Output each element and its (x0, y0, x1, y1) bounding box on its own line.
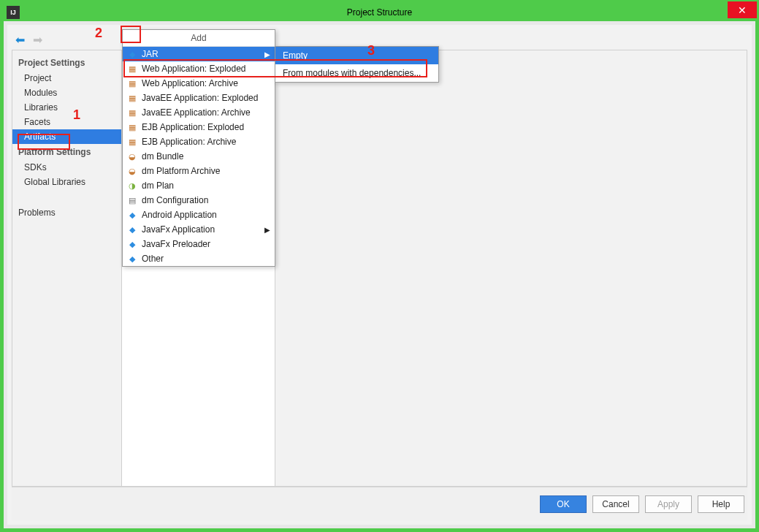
jar-icon: ◆ (127, 49, 137, 59)
menu-item[interactable]: ◆JavaFx Application▶ (123, 222, 275, 237)
close-button[interactable]: ✕ (728, 1, 757, 18)
menu-item[interactable]: ◒dm Bundle (123, 149, 275, 164)
menu-item[interactable]: ▦JavaEE Application: Exploded (123, 91, 275, 105)
add-menu-title: Add (123, 30, 275, 47)
sidebar-item-artifacts[interactable]: Artifacts (12, 129, 121, 144)
menu-item[interactable]: ▦Web Application: Archive (123, 76, 275, 91)
package-icon: ▦ (127, 93, 137, 103)
menu-item-label: dm Plan (142, 180, 174, 191)
diamond-icon: ◆ (127, 239, 137, 249)
menu-item-label: JavaFx Application (142, 224, 215, 235)
ok-button[interactable]: OK (540, 495, 587, 513)
sidebar-item-modules[interactable]: Modules (12, 86, 121, 100)
package-icon: ▦ (127, 107, 137, 118)
menu-item[interactable]: ◆JAR▶ (123, 47, 275, 61)
cancel-button[interactable]: Cancel (592, 495, 639, 513)
submenu-item[interactable]: Empty (275, 47, 438, 64)
menu-item-label: Web Application: Archive (142, 78, 238, 88)
menu-item[interactable]: ◑dm Plan (123, 178, 275, 193)
menu-item[interactable]: ◒dm Platform Archive (123, 164, 275, 178)
menu-item-label: dm Platform Archive (142, 166, 220, 176)
diamond-icon: ◆ (127, 210, 137, 220)
annotation-1: 1 (73, 107, 80, 123)
config-icon: ▤ (127, 195, 137, 205)
bundle-icon: ◒ (127, 166, 137, 176)
annotation-3: 3 (367, 43, 375, 58)
menu-item[interactable]: ◆Other (123, 251, 275, 266)
sidebar-item-global-libraries[interactable]: Global Libraries (12, 175, 121, 189)
section-platform-settings: Platform Settings (12, 144, 121, 160)
menu-item-label: JavaEE Application: Exploded (142, 93, 258, 103)
sidebar-item-project[interactable]: Project (12, 71, 121, 86)
plan-icon: ◑ (127, 180, 137, 191)
menu-item[interactable]: ◆JavaFx Preloader (123, 237, 275, 251)
menu-item[interactable]: ▦EJB Application: Archive (123, 134, 275, 149)
menu-item[interactable]: ▤dm Configuration (123, 193, 275, 208)
apply-button: Apply (645, 495, 692, 513)
menu-item-label: JavaEE Application: Archive (142, 107, 251, 118)
help-button[interactable]: Help (698, 495, 744, 513)
menu-item[interactable]: ▦Web Application: Exploded (123, 61, 275, 76)
footer: OK Cancel Apply Help (12, 487, 747, 520)
chevron-right-icon: ▶ (264, 226, 270, 234)
main-pane: Add ◆JAR▶▦Web Application: Exploded▦Web … (122, 50, 747, 486)
menu-item-label: Other (142, 254, 164, 264)
sidebar: Project Settings Project Modules Librari… (12, 50, 122, 486)
nav-forward-icon: ➡ (31, 33, 44, 46)
menu-item-label: Android Application (142, 210, 217, 220)
menu-item-label: JAR (142, 49, 159, 59)
bundle-icon: ◒ (127, 151, 137, 162)
menu-item-label: JavaFx Preloader (142, 239, 210, 249)
menu-item-label: Web Application: Exploded (142, 64, 246, 74)
sidebar-item-sdks[interactable]: SDKs (12, 160, 121, 175)
submenu-item-label: From modules with dependencies... (283, 68, 421, 78)
menu-item-label: dm Configuration (142, 195, 208, 205)
app-icon: IJ (7, 6, 20, 19)
window-title: Project Structure (347, 7, 412, 18)
submenu-item[interactable]: From modules with dependencies... (275, 64, 438, 82)
annotation-2: 2 (95, 26, 102, 41)
menu-item[interactable]: ▦EJB Application: Exploded (123, 120, 275, 134)
package-icon: ▦ (127, 64, 137, 74)
package-icon: ▦ (127, 137, 137, 147)
section-project-settings: Project Settings (12, 55, 121, 71)
titlebar: IJ Project Structure ✕ (4, 4, 755, 21)
package-icon: ▦ (127, 78, 137, 88)
jar-submenu: EmptyFrom modules with dependencies... (275, 46, 439, 83)
menu-item-label: dm Bundle (142, 151, 183, 162)
sidebar-item-problems[interactable]: Problems (12, 205, 121, 220)
diamond-icon: ◆ (127, 224, 137, 235)
nav-back-icon[interactable]: ⬅ (13, 33, 26, 46)
menu-item[interactable]: ◆Android Application (123, 208, 275, 222)
package-icon: ▦ (127, 122, 137, 132)
diamond-icon: ◆ (127, 254, 137, 264)
add-menu: Add ◆JAR▶▦Web Application: Exploded▦Web … (122, 29, 275, 267)
menu-item-label: EJB Application: Archive (142, 137, 236, 147)
artifact-list: Add ◆JAR▶▦Web Application: Exploded▦Web … (122, 29, 275, 486)
submenu-item-label: Empty (283, 50, 308, 61)
chevron-right-icon: ▶ (264, 50, 270, 58)
menu-item[interactable]: ▦JavaEE Application: Archive (123, 105, 275, 120)
sidebar-item-facets[interactable]: Facets (12, 115, 121, 129)
menu-item-label: EJB Application: Exploded (142, 122, 244, 132)
sidebar-item-libraries[interactable]: Libraries (12, 100, 121, 115)
